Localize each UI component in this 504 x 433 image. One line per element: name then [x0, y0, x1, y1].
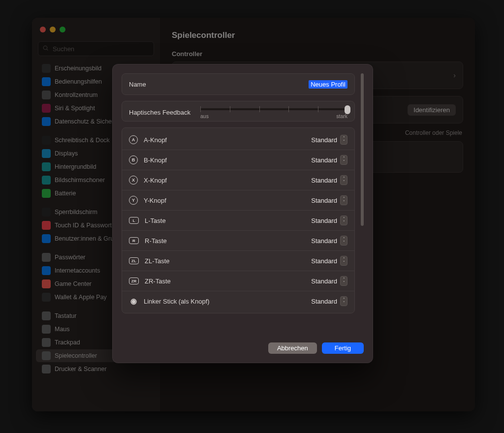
- haptic-slider[interactable]: aus stark: [200, 105, 347, 119]
- button-glyph-icon: B: [129, 155, 138, 164]
- sidebar-icon: [42, 293, 51, 302]
- sidebar-icon: [42, 149, 51, 158]
- sidebar-item-label: Bildschirmschoner: [55, 177, 105, 184]
- mapping-label: Y-Knopf: [144, 197, 166, 204]
- fullscreen-window-button[interactable]: [60, 27, 65, 32]
- stepper-icon: ˄˅: [340, 175, 347, 185]
- mapping-label: A-Knopf: [144, 136, 167, 144]
- sidebar-icon: [42, 221, 51, 230]
- sidebar-item-label: Bedienungshilfen: [55, 78, 102, 85]
- button-glyph-icon: ZR: [129, 278, 139, 284]
- mapping-value-text: Standard: [311, 237, 337, 245]
- stepper-icon: ˄˅: [340, 256, 347, 266]
- name-label: Name: [129, 81, 146, 88]
- search-input[interactable]: [52, 45, 150, 53]
- chevron-right-icon: ›: [453, 71, 456, 79]
- sidebar-item-label: Displays: [55, 150, 78, 157]
- mapping-value-text: Standard: [311, 197, 337, 204]
- mapping-label: X-Knopf: [144, 177, 167, 184]
- mapping-row: ZLZL-TasteStandard˄˅: [122, 250, 354, 271]
- section-controller-header: Controller: [172, 50, 463, 58]
- haptic-min-label: aus: [200, 113, 209, 119]
- sidebar-search[interactable]: [38, 41, 154, 56]
- sidebar-item-label: Internetaccounts: [55, 267, 100, 274]
- mapping-label: L-Taste: [145, 217, 166, 224]
- mapping-value-select[interactable]: Standard˄˅: [311, 296, 347, 306]
- sidebar-icon: [42, 311, 51, 320]
- mapping-row: BB-KnopfStandard˄˅: [122, 150, 354, 170]
- mapping-value-text: Standard: [311, 177, 337, 184]
- mapping-row: AA-KnopfStandard˄˅: [122, 130, 354, 150]
- sidebar-icon: [42, 189, 51, 198]
- sidebar-icon: [42, 176, 51, 185]
- mapping-value-select[interactable]: Standard˄˅: [311, 135, 347, 145]
- sidebar-icon: [42, 325, 51, 334]
- sidebar-item-label: Siri & Spotlight: [55, 105, 95, 112]
- sidebar-item-label: Passwörter: [55, 254, 86, 261]
- sidebar-icon: [42, 104, 51, 113]
- stepper-icon: ˄˅: [340, 135, 347, 145]
- mapping-list: AA-KnopfStandard˄˅BB-KnopfStandard˄˅XX-K…: [122, 127, 355, 313]
- slider-thumb[interactable]: [345, 105, 350, 114]
- haptic-max-label: stark: [336, 113, 347, 119]
- mapping-value-text: Standard: [311, 217, 337, 224]
- sidebar-item-label: Trackpad: [55, 339, 80, 346]
- sidebar-icon: [42, 234, 51, 243]
- button-glyph-icon: A: [129, 135, 138, 144]
- haptic-label: Haptisches Feedback: [129, 109, 190, 116]
- mapping-row: ZRZR-TasteStandard˄˅: [122, 271, 354, 291]
- stepper-icon: ˄˅: [340, 236, 347, 246]
- sidebar-item-label: Sperrbildschirm: [55, 209, 97, 216]
- window-titlebar: [32, 18, 69, 41]
- identify-button[interactable]: Identifizieren: [408, 104, 456, 116]
- sidebar-item-label: Spielecontroller: [55, 352, 97, 359]
- sidebar-icon: [42, 117, 51, 126]
- sidebar-icon: [42, 338, 51, 347]
- stepper-icon: ˄˅: [340, 155, 347, 165]
- mapping-value-text: Standard: [311, 156, 337, 164]
- mapping-value-text: Standard: [311, 278, 337, 285]
- close-window-button[interactable]: [40, 27, 46, 32]
- done-button[interactable]: Fertig: [322, 342, 364, 354]
- sidebar-icon: [42, 365, 51, 373]
- mapping-row: XX-KnopfStandard˄˅: [122, 170, 354, 190]
- mapping-value-select[interactable]: Standard˄˅: [311, 195, 347, 205]
- mapping-value-text: Standard: [311, 136, 337, 144]
- name-input[interactable]: Neues Profil: [309, 80, 347, 89]
- mapping-value-text: Standard: [311, 257, 337, 265]
- sidebar-icon: [42, 266, 51, 275]
- sidebar-item-label: Kontrollzentrum: [55, 92, 98, 98]
- sidebar-item-label: Schreibtisch & Dock: [55, 137, 110, 144]
- stepper-icon: ˄˅: [340, 216, 347, 225]
- sidebar-item-label: Batterie: [55, 190, 76, 197]
- sidebar-icon: [42, 64, 51, 73]
- page-title: Spielecontroller: [172, 31, 463, 40]
- stepper-icon: ˄˅: [340, 276, 347, 286]
- mapping-row: RR-TasteStandard˄˅: [122, 230, 354, 250]
- name-row: Name Neues Profil: [122, 74, 354, 94]
- profile-sheet: Name Neues Profil Haptisches Feedback: [112, 64, 373, 363]
- button-glyph-icon: ◉: [129, 297, 138, 306]
- sidebar-icon: [42, 279, 51, 288]
- mapping-label: ZL-Taste: [145, 257, 170, 265]
- mapping-value-select[interactable]: Standard˄˅: [311, 256, 347, 266]
- sidebar-icon: [42, 136, 51, 145]
- sidebar-item-label: Touch ID & Passwort: [55, 222, 112, 229]
- sidebar-item-drucker-scanner[interactable]: Drucker & Scanner: [36, 363, 156, 375]
- minimize-window-button[interactable]: [50, 27, 56, 32]
- stepper-icon: ˄˅: [340, 195, 347, 205]
- sheet-scrollbar[interactable]: [361, 73, 364, 337]
- mapping-row: ◉Linker Stick (als Knopf)Standard˄˅: [122, 291, 354, 311]
- mapping-value-select[interactable]: Standard˄˅: [311, 155, 347, 165]
- cancel-button[interactable]: Abbrechen: [268, 342, 317, 354]
- scrollbar-thumb[interactable]: [361, 73, 364, 226]
- mapping-value-select[interactable]: Standard˄˅: [311, 175, 347, 185]
- sidebar-icon: [42, 208, 51, 216]
- sidebar-item-label: Game Center: [55, 280, 92, 287]
- mapping-value-select[interactable]: Standard˄˅: [311, 236, 347, 246]
- haptic-row: Haptisches Feedback: [122, 101, 354, 121]
- mapping-value-select[interactable]: Standard˄˅: [311, 276, 347, 286]
- sidebar-item-label: Hintergrundbild: [55, 163, 96, 170]
- sidebar-icon: [42, 351, 51, 360]
- mapping-value-select[interactable]: Standard˄˅: [311, 216, 347, 225]
